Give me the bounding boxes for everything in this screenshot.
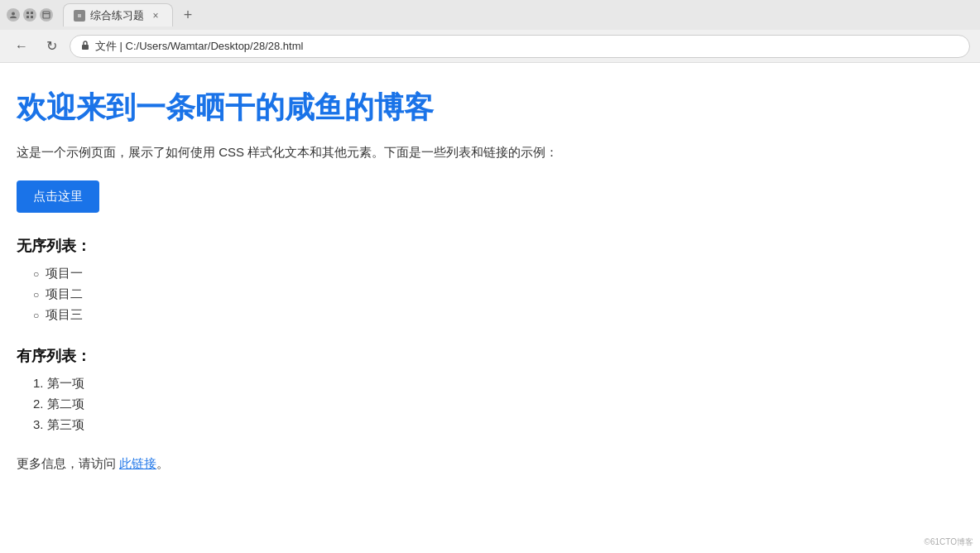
svg-rect-3 xyxy=(26,16,29,18)
ordered-list-title: 有序列表： xyxy=(17,346,963,366)
page-content: 欢迎来到一条晒干的咸鱼的博客 这是一个示例页面，展示了如何使用 CSS 样式化文… xyxy=(0,63,980,553)
refresh-button[interactable]: ↻ xyxy=(40,35,63,58)
back-button[interactable]: ← xyxy=(10,35,33,58)
svg-rect-4 xyxy=(31,16,33,18)
page-title: 欢迎来到一条晒干的咸鱼的博客 xyxy=(17,88,963,128)
page-description: 这是一个示例页面，展示了如何使用 CSS 样式化文本和其他元素。下面是一些列表和… xyxy=(17,145,963,161)
nav-bar: ← ↻ 文件 | C:/Users/Wamtar/Desktop/28/28.h… xyxy=(0,30,980,63)
watermark: ©61CTO博客 xyxy=(925,536,973,548)
tab-close-button[interactable]: × xyxy=(149,9,162,22)
unordered-list-title: 无序列表： xyxy=(17,236,963,256)
footer-text: 更多信息，请访问 此链接。 xyxy=(17,456,963,472)
click-here-button[interactable]: 点击这里 xyxy=(17,180,99,213)
browser-window: 综合练习题 × + ← ↻ 文件 | C:/Users/Wamtar/Deskt… xyxy=(0,0,980,553)
list-item: 项目二 xyxy=(33,286,963,302)
address-bar[interactable]: 文件 | C:/Users/Wamtar/Desktop/28/28.html xyxy=(70,35,970,58)
ordered-list: 1. 第一项2. 第二项3. 第三项 xyxy=(17,376,963,433)
list-item: 项目三 xyxy=(33,307,963,323)
address-text: 文件 | C:/Users/Wamtar/Desktop/28/28.html xyxy=(95,39,303,54)
tab-favicon xyxy=(74,10,85,22)
profile-icon[interactable] xyxy=(7,8,20,22)
new-tab-button[interactable]: + xyxy=(176,3,199,26)
svg-rect-5 xyxy=(43,12,50,18)
svg-rect-10 xyxy=(82,45,89,50)
extensions-icon[interactable] xyxy=(23,8,36,22)
active-tab[interactable]: 综合练习题 × xyxy=(63,3,173,26)
list-item: 项目一 xyxy=(33,266,963,281)
list-item: 2. 第二项 xyxy=(33,397,963,412)
svg-rect-7 xyxy=(76,12,83,19)
tab-title: 综合练习题 xyxy=(90,8,144,23)
footer-link[interactable]: 此链接 xyxy=(119,456,156,470)
svg-point-0 xyxy=(12,12,15,16)
svg-rect-2 xyxy=(31,12,33,14)
window-icon[interactable] xyxy=(40,8,53,22)
svg-rect-1 xyxy=(26,12,29,14)
list-item: 1. 第一项 xyxy=(33,376,963,392)
tab-bar: 综合练习题 × + xyxy=(0,0,980,30)
unordered-list: 项目一项目二项目三 xyxy=(17,266,963,323)
list-item: 3. 第三项 xyxy=(33,417,963,433)
browser-controls xyxy=(7,8,53,22)
footer-text-before: 更多信息，请访问 xyxy=(17,456,119,470)
footer-text-after: 。 xyxy=(156,456,169,470)
security-icon xyxy=(80,40,90,53)
